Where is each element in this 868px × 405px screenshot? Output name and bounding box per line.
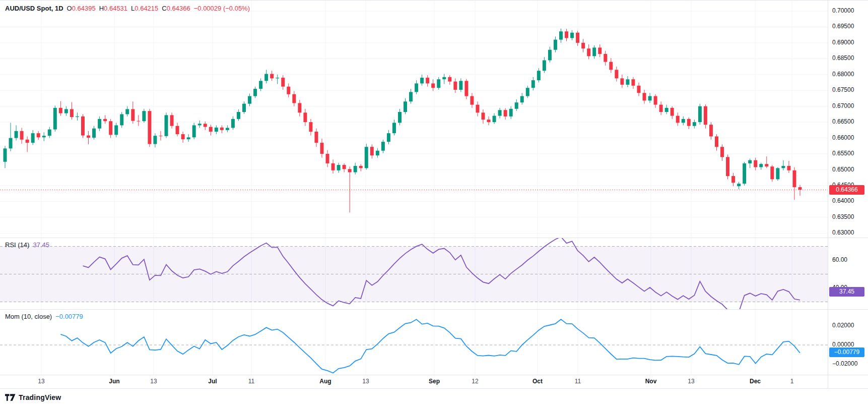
rsi-chart[interactable] (0, 238, 828, 309)
time-axis-day-label: 13 (38, 378, 44, 385)
time-axis-separator (0, 375, 868, 375)
time-axis-day-label: 13 (150, 378, 157, 385)
momentum-axis-label: 0.02000 (832, 322, 854, 329)
ohlc-open: O0.64395 (67, 5, 96, 12)
price-axis-label: 0.68000 (832, 71, 854, 78)
time-axis-month-label: Oct (532, 378, 543, 385)
panel-separator-rsi (0, 238, 868, 238)
rsi-value-tag: 37.45 (829, 287, 864, 297)
candlestick-chart[interactable] (0, 1, 828, 238)
time-axis-day-label: 13 (362, 378, 369, 385)
brand-name: TradingView (19, 393, 61, 401)
price-axis-label: 0.69000 (832, 39, 854, 46)
momentum-value: −0.00779 (55, 313, 83, 320)
footer-bar: TradingView (0, 389, 868, 405)
price-axis-label: 0.67500 (832, 86, 854, 93)
rsi-value: 37.45 (33, 241, 49, 249)
price-axis-label: 0.69500 (832, 23, 854, 30)
price-change: −0.00029 (−0.05%) (194, 5, 250, 12)
time-axis-day-label: 1 (790, 378, 794, 385)
price-axis-separator (828, 1, 828, 389)
tradingview-chart-widget: AUD/USD Spot, 1D O0.64395 H0.64531 L0.64… (0, 0, 868, 405)
time-axis-day-label: 12 (472, 378, 478, 385)
rsi-axis-label: 60.00 (832, 256, 847, 263)
time-axis-month-label: Nov (645, 378, 657, 385)
momentum-axis-label: −0.02000 (832, 360, 857, 367)
price-axis-label: 0.64000 (832, 197, 854, 204)
price-axis-label: 0.66500 (832, 118, 854, 125)
price-axis-label: 0.65500 (832, 150, 854, 157)
rsi-panel[interactable] (0, 238, 828, 309)
tradingview-logo-icon (5, 393, 16, 401)
momentum-value-tag: −0.00779 (829, 348, 864, 357)
time-axis-month-label: Jun (109, 378, 119, 385)
panel-separator-momentum (0, 309, 868, 310)
main-legend[interactable]: AUD/USD Spot, 1D O0.64395 H0.64531 L0.64… (5, 5, 250, 12)
price-axis-label: 0.63000 (832, 229, 854, 236)
momentum-legend[interactable]: Mom (10, close) −0.00779 (5, 313, 83, 320)
ohlc-low: L0.64215 (131, 5, 158, 12)
time-axis-month-label: Sep (429, 378, 440, 385)
current-price-tag: 0.64366 (829, 185, 864, 195)
tradingview-logo-link[interactable]: TradingView (5, 393, 61, 401)
momentum-panel[interactable] (0, 309, 828, 375)
time-axis-day-label: 13 (688, 378, 694, 385)
ohlc-close: C0.64366 (162, 5, 190, 12)
ohlc-high: H0.64531 (99, 5, 127, 12)
momentum-chart[interactable] (0, 309, 828, 375)
price-axis-label: 0.68500 (832, 54, 854, 62)
rsi-title: RSI (14) (5, 241, 29, 249)
price-axis-label: 0.67000 (832, 102, 854, 109)
main-price-panel[interactable] (0, 1, 828, 238)
time-axis-month-label: Aug (319, 378, 331, 385)
price-axis-label: 0.65000 (832, 166, 854, 173)
price-axis-label: 0.70000 (832, 7, 854, 14)
momentum-axis-label: 0.00000 (832, 341, 854, 348)
price-axis-label: 0.66000 (832, 134, 854, 141)
time-axis-month-label: Dec (750, 378, 761, 385)
time-axis-day-label: 11 (575, 378, 581, 385)
time-axis-day-label: 11 (248, 378, 254, 385)
rsi-legend[interactable]: RSI (14) 37.45 (5, 241, 49, 249)
symbol-title: AUD/USD Spot, 1D (5, 5, 63, 12)
time-axis-month-label: Jul (208, 378, 217, 385)
momentum-title: Mom (10, close) (5, 313, 52, 320)
price-axis-label: 0.63500 (832, 213, 854, 220)
